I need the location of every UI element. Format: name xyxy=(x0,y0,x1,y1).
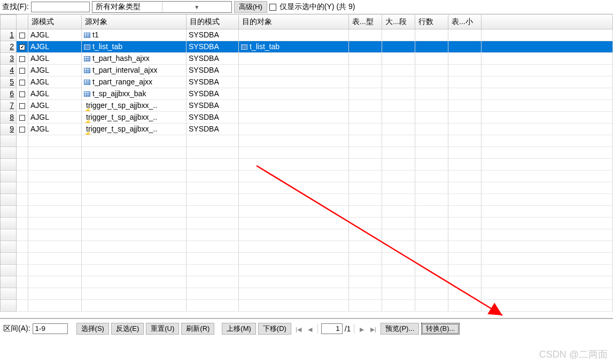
row-checkbox[interactable] xyxy=(19,103,25,109)
row-checkbox[interactable] xyxy=(19,68,25,74)
row-checkbox-cell[interactable] xyxy=(17,29,28,41)
cell-src-mode[interactable]: AJGL xyxy=(28,123,82,135)
cell-dst-obj[interactable] xyxy=(239,76,349,88)
col-tbl-small[interactable]: 表...小 xyxy=(448,15,482,29)
row-number[interactable]: 3 xyxy=(1,52,17,64)
cell-dst-mode[interactable]: SYSDBA xyxy=(187,52,239,64)
table-row[interactable]: 8AJGLtrigger_t_sp_ajjbxx_..SYSDBA xyxy=(1,111,613,123)
cell-big-seg[interactable] xyxy=(382,76,415,88)
cell-tbl-small[interactable] xyxy=(448,123,482,135)
row-number[interactable]: 2 xyxy=(1,41,17,52)
cell-rows[interactable] xyxy=(415,99,448,111)
table-row[interactable]: 5AJGLt_part_range_ajxxSYSDBA xyxy=(1,76,613,88)
cell-tbl-small[interactable] xyxy=(448,64,482,76)
col-dst-mode[interactable]: 目的模式 xyxy=(187,15,239,29)
row-checkbox[interactable] xyxy=(19,91,25,97)
cell-tbl-type[interactable] xyxy=(349,123,382,135)
cell-rows[interactable] xyxy=(415,64,448,76)
table-row[interactable]: 2AJGLt_list_tabSYSDBAt_list_tab xyxy=(1,41,613,52)
cell-tbl-small[interactable] xyxy=(448,88,482,99)
cell-src-obj[interactable]: t_list_tab xyxy=(82,41,187,52)
invert-button[interactable]: 反选(E) xyxy=(111,323,144,335)
table-row[interactable]: 6AJGLt_sp_ajjbxx_bakSYSDBA xyxy=(1,88,613,99)
col-rows[interactable]: 行数 xyxy=(415,15,448,29)
cell-src-mode[interactable]: AJGL xyxy=(28,76,82,88)
table-row[interactable]: 3AJGLt_part_hash_ajxxSYSDBA xyxy=(1,52,613,64)
cell-tbl-small[interactable] xyxy=(448,29,482,41)
cell-src-obj[interactable]: t_sp_ajjbxx_bak xyxy=(82,88,187,99)
preview-button[interactable]: 预览(P)... xyxy=(381,323,419,335)
row-checkbox-cell[interactable] xyxy=(17,111,28,123)
cell-big-seg[interactable] xyxy=(382,64,415,76)
col-rownum[interactable] xyxy=(1,15,17,29)
cell-src-mode[interactable]: AJGL xyxy=(28,111,82,123)
page-input[interactable] xyxy=(321,323,343,334)
row-checkbox-cell[interactable] xyxy=(17,41,28,52)
cell-tbl-small[interactable] xyxy=(448,76,482,88)
cell-src-mode[interactable]: AJGL xyxy=(28,41,82,52)
cell-rows[interactable] xyxy=(415,41,448,52)
cell-dst-mode[interactable]: SYSDBA xyxy=(187,29,239,41)
cell-rows[interactable] xyxy=(415,88,448,99)
cell-dst-mode[interactable]: SYSDBA xyxy=(187,123,239,135)
advanced-button[interactable]: 高级(H) xyxy=(234,1,267,13)
row-checkbox[interactable] xyxy=(19,56,25,62)
row-checkbox[interactable] xyxy=(19,33,25,38)
cell-dst-mode[interactable]: SYSDBA xyxy=(187,99,239,111)
cell-dst-obj[interactable] xyxy=(239,64,349,76)
row-number[interactable]: 8 xyxy=(1,111,17,123)
table-row[interactable]: 7AJGLtrigger_t_sp_ajjbxx_..SYSDBA xyxy=(1,99,613,111)
col-tbl-type[interactable]: 表...型 xyxy=(349,15,382,29)
cell-dst-mode[interactable]: SYSDBA xyxy=(187,64,239,76)
col-src-mode[interactable]: 源模式 xyxy=(28,15,82,29)
cell-src-obj[interactable]: t1 xyxy=(82,29,187,41)
col-src-obj[interactable]: 源对象 xyxy=(82,15,187,29)
row-number[interactable]: 6 xyxy=(1,88,17,99)
table-row[interactable]: 9AJGLtrigger_t_sp_ajjbxx_..SYSDBA xyxy=(1,123,613,135)
cell-src-mode[interactable]: AJGL xyxy=(28,88,82,99)
cell-src-obj[interactable]: t_part_interval_ajxx xyxy=(82,64,187,76)
cell-src-mode[interactable]: AJGL xyxy=(28,99,82,111)
next-page-icon[interactable]: ▶ xyxy=(358,326,366,332)
row-number[interactable]: 9 xyxy=(1,123,17,135)
col-big-seg[interactable]: 大...段 xyxy=(382,15,415,29)
cell-rows[interactable] xyxy=(415,52,448,64)
cell-dst-obj[interactable] xyxy=(239,123,349,135)
cell-src-obj[interactable]: trigger_t_sp_ajjbxx_.. xyxy=(82,99,187,111)
select-button[interactable]: 选择(S) xyxy=(76,323,109,335)
row-number[interactable]: 5 xyxy=(1,76,17,88)
row-checkbox[interactable] xyxy=(19,127,25,133)
row-number[interactable]: 4 xyxy=(1,64,17,76)
col-check[interactable] xyxy=(17,15,28,29)
cell-big-seg[interactable] xyxy=(382,111,415,123)
first-page-icon[interactable]: |◀ xyxy=(293,326,304,332)
cell-tbl-type[interactable] xyxy=(349,99,382,111)
cell-src-obj[interactable]: trigger_t_sp_ajjbxx_.. xyxy=(82,111,187,123)
movedown-button[interactable]: 下移(D) xyxy=(258,323,291,335)
cell-dst-obj[interactable]: t_list_tab xyxy=(239,41,349,52)
cell-big-seg[interactable] xyxy=(382,52,415,64)
row-checkbox[interactable] xyxy=(19,44,25,50)
cell-rows[interactable] xyxy=(415,76,448,88)
cell-src-obj[interactable]: trigger_t_sp_ajjbxx_.. xyxy=(82,123,187,135)
table-row[interactable]: 1AJGLt1SYSDBA xyxy=(1,29,613,41)
cell-dst-mode[interactable]: SYSDBA xyxy=(187,41,239,52)
row-number[interactable]: 7 xyxy=(1,99,17,111)
cell-tbl-type[interactable] xyxy=(349,41,382,52)
cell-src-mode[interactable]: AJGL xyxy=(28,29,82,41)
row-number[interactable]: 1 xyxy=(1,29,17,41)
cell-tbl-type[interactable] xyxy=(349,64,382,76)
search-input[interactable] xyxy=(31,2,90,12)
cell-tbl-type[interactable] xyxy=(349,52,382,64)
cell-dst-obj[interactable] xyxy=(239,111,349,123)
cell-src-mode[interactable]: AJGL xyxy=(28,64,82,76)
cell-big-seg[interactable] xyxy=(382,123,415,135)
cell-tbl-small[interactable] xyxy=(448,41,482,52)
refresh-button[interactable]: 刷新(R) xyxy=(181,323,214,335)
cell-dst-obj[interactable] xyxy=(239,99,349,111)
cell-big-seg[interactable] xyxy=(382,99,415,111)
cell-dst-mode[interactable]: SYSDBA xyxy=(187,76,239,88)
object-type-combo[interactable]: 所有对象类型 ▼ xyxy=(92,1,232,13)
cell-dst-obj[interactable] xyxy=(239,52,349,64)
cell-dst-obj[interactable] xyxy=(239,29,349,41)
